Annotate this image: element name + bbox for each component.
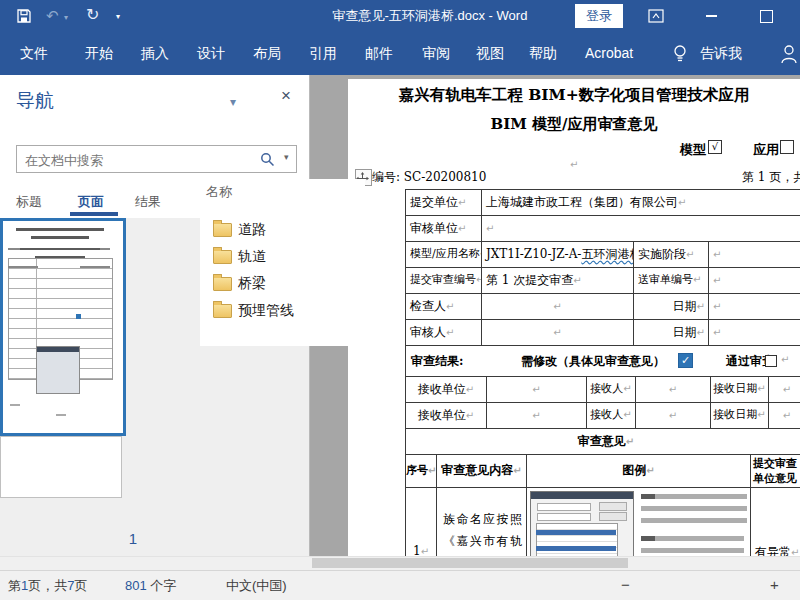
- folder-item-track[interactable]: 轨道: [200, 243, 365, 270]
- document-search-box[interactable]: [16, 145, 297, 173]
- horizontal-scrollbar-thumb[interactable]: [312, 558, 628, 568]
- share-person-icon[interactable]: [780, 44, 800, 64]
- document-page: 嘉兴有轨电车工程 BIM+数字化项目管理技术应用 BIM 模型/应用审查意见 模…: [348, 79, 800, 556]
- table-row: 检查人↵ ↵ 日期↵ ↵: [406, 294, 800, 320]
- app-checkbox-empty: [780, 140, 794, 154]
- title-bar: ↶ ▾ ↻ ▾ 审查意见-五环洞港桥.docx - Word 登录: [0, 0, 800, 32]
- document-title-line1: 嘉兴有轨电车工程 BIM+数字化项目管理技术应用: [348, 85, 800, 106]
- folder-item-bridge[interactable]: 桥梁: [200, 270, 365, 297]
- table-row: 模型/应用名称↵ JXT1I-Z10-JZ-A-五环洞港桥↵ 实施阶段↵ ↵: [406, 242, 800, 268]
- folder-item-embedded-pipeline[interactable]: 预埋管线: [200, 297, 365, 324]
- undo-caret-icon[interactable]: ▾: [64, 13, 68, 22]
- navigation-options-caret-icon[interactable]: ▾: [230, 95, 236, 109]
- navigation-pane-title: 导航: [16, 88, 54, 114]
- tell-me-box[interactable]: 告诉我: [700, 32, 742, 75]
- folder-list-header: 名称: [206, 183, 232, 201]
- nav-tab-headings[interactable]: 标题: [16, 193, 42, 211]
- app-checkbox-label: 应用: [753, 141, 779, 159]
- zoom-in-button[interactable]: +: [770, 571, 779, 600]
- review-result-row: 审查结果: 需修改（具体见审查意见） ✓ 通过审查 ↵: [406, 346, 800, 377]
- language-status[interactable]: 中文(中国): [226, 571, 287, 600]
- tab-view[interactable]: 视图: [476, 32, 504, 75]
- tab-mailings[interactable]: 邮件: [365, 32, 393, 75]
- folder-icon: [213, 223, 232, 237]
- table-row: 接收单位↵ ↵ 接收人↵ ↵ 接收日期↵ ↵: [406, 403, 800, 429]
- result-option-needs-revision: 需修改（具体见审查意见）: [521, 353, 665, 370]
- tab-references[interactable]: 引用: [309, 32, 337, 75]
- thumbnail-image-preview: [36, 346, 80, 394]
- table-row: 审核人↵ ↵ 日期↵ ↵: [406, 320, 800, 346]
- table-row: 审核单位↵ ↵: [406, 216, 800, 242]
- word-window: ↶ ▾ ↻ ▾ 审查意见-五环洞港桥.docx - Word 登录 文件 开始 …: [0, 0, 800, 600]
- ribbon-display-options-icon[interactable]: [648, 9, 664, 23]
- undo-icon[interactable]: ↶: [46, 8, 59, 24]
- search-icon[interactable]: [260, 152, 275, 167]
- page2-thumbnail[interactable]: [0, 436, 122, 498]
- review-form-table: 提交单位↵ 上海城建市政工程（集团）有限公司↵ 审核单位↵ ↵ 模型/应用名称↵…: [405, 189, 800, 556]
- save-icon[interactable]: [16, 8, 32, 24]
- tab-help[interactable]: 帮助: [529, 32, 557, 75]
- needs-revision-checkbox-checked: ✓: [678, 353, 693, 368]
- table-row: 接收单位↵ ↵ 接收人↵ ↵ 接收日期↵ ↵: [406, 377, 800, 403]
- paragraph-mark: ↵: [570, 159, 578, 170]
- tab-review[interactable]: 审阅: [422, 32, 450, 75]
- folder-icon: [213, 250, 232, 264]
- tab-insert[interactable]: 插入: [141, 32, 169, 75]
- nav-tab-pages[interactable]: 页面: [78, 193, 104, 211]
- tab-home[interactable]: 开始: [85, 32, 113, 75]
- legend-annotation-text: [641, 494, 747, 523]
- tab-design[interactable]: 设计: [197, 32, 225, 75]
- passed-checkbox-empty: [765, 355, 777, 367]
- maximize-button[interactable]: [760, 10, 773, 23]
- folder-icon: [213, 304, 232, 318]
- table-row: 提交审查编号↵ 第 1 次提交审查↵ 送审单编号↵ ↵: [406, 268, 800, 294]
- model-checkbox-label: 模型: [680, 141, 706, 159]
- folder-item-road[interactable]: 道路: [200, 216, 365, 243]
- model-checkbox-checked: √: [708, 140, 722, 154]
- spellcheck-marked-text: 五环洞港桥: [581, 247, 634, 261]
- ribbon-tab-bar: 文件 开始 插入 设计 布局 引用 邮件 审阅 视图 帮助 Acrobat 告诉…: [0, 32, 800, 75]
- nav-tab-active-underline: [70, 212, 118, 216]
- minimize-button[interactable]: [706, 15, 717, 17]
- folder-list-panel: 名称 道路 轨道 桥梁 预埋管线: [200, 179, 365, 346]
- document-title-line2: BIM 模型/应用审查意见: [348, 115, 800, 134]
- tab-file[interactable]: 文件: [20, 32, 48, 75]
- legend-annotation-text: [641, 536, 744, 553]
- opinion-header-row: 序号↵ 审查意见内容↵ 图例↵ 提交审查单位意见回复: [406, 455, 800, 488]
- document-number: 编号: SC-20200810: [372, 169, 486, 186]
- opinion-title-row: 审查意见↵: [406, 429, 800, 455]
- nav-tab-results[interactable]: 结果: [135, 193, 161, 211]
- page1-thumbnail[interactable]: [0, 218, 126, 436]
- search-options-caret-icon[interactable]: ▾: [284, 152, 289, 162]
- sign-in-button[interactable]: 登录: [575, 4, 623, 28]
- navigation-close-icon[interactable]: ×: [281, 87, 291, 104]
- zoom-out-button[interactable]: −: [621, 571, 630, 600]
- lightbulb-icon[interactable]: [672, 44, 688, 64]
- legend-screenshot: [530, 491, 634, 556]
- word-count-status[interactable]: 801 个字: [125, 571, 176, 600]
- table-row: 提交单位↵ 上海城建市政工程（集团）有限公司↵: [406, 190, 800, 216]
- result-label: 审查结果:: [411, 353, 463, 370]
- tab-acrobat[interactable]: Acrobat: [585, 32, 633, 75]
- window-title: 审查意见-五环洞港桥.docx - Word: [230, 0, 630, 32]
- customize-quick-access-icon[interactable]: ▾: [116, 12, 120, 21]
- document-page-info: 第 1 页，共 6: [742, 169, 800, 186]
- legend-cell: [527, 488, 751, 556]
- page1-thumbnail-label: 1: [70, 530, 196, 547]
- redo-icon[interactable]: ↻: [86, 7, 99, 23]
- page-count-status[interactable]: 第1页，共7页: [8, 571, 87, 600]
- search-input[interactable]: [23, 149, 257, 171]
- folder-icon: [213, 277, 232, 291]
- status-bar: 第1页，共7页 801 个字 中文(中国) −: [0, 570, 800, 600]
- tab-layout[interactable]: 布局: [253, 32, 281, 75]
- opinion-content-row: 1↵ 族命名应按照《嘉兴市有轨电车一期工程 BIM: [406, 488, 800, 556]
